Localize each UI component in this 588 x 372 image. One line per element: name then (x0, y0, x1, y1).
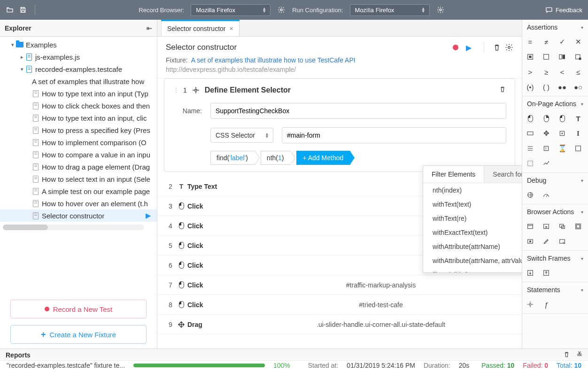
dropdown-tab-filter[interactable]: Filter Elements (423, 166, 484, 183)
tree-test-item[interactable]: How to type text into an input, clic (0, 112, 157, 124)
tree-test-item[interactable]: A simple test on our example page (0, 185, 157, 197)
assert-not-contains-icon[interactable] (541, 52, 551, 62)
feedback-button[interactable]: Feedback (545, 6, 582, 14)
tree-test-item[interactable]: How to implement comparison (O (0, 136, 157, 148)
action-selecttext-icon[interactable]: I (573, 128, 583, 139)
tab-close-icon[interactable]: × (230, 25, 233, 32)
fixture-link[interactable]: A set of examples that illustrate how to… (191, 56, 356, 64)
step-name-input[interactable] (210, 103, 506, 119)
action-hover-icon[interactable] (573, 143, 583, 154)
tree-test-item[interactable]: How to click check boxes and then (0, 100, 157, 112)
selector-value-input[interactable] (282, 127, 506, 143)
method-chip-nth[interactable]: nth(1) (261, 151, 291, 165)
run-test-icon[interactable]: ▶ (466, 43, 472, 52)
panel-frames-head[interactable]: Switch Frames▾ (522, 251, 588, 266)
delete-step-icon[interactable] (499, 85, 506, 94)
panel-statements-head[interactable]: Statements▾ (522, 282, 588, 297)
dropdown-item[interactable]: nth(index) (423, 183, 522, 197)
record-new-test-button[interactable]: Record a New Test (10, 300, 147, 318)
record-test-icon[interactable] (453, 45, 458, 50)
tree-fixture-desc[interactable]: A set of examples that illustrate how (0, 75, 157, 87)
frame-main-icon[interactable] (541, 268, 551, 278)
step-row[interactable]: 8Click#tried-test-cafe (157, 295, 522, 315)
record-browser-select[interactable]: Mozilla Firefox ▲▼ (191, 4, 271, 16)
dropdown-tab-search-related[interactable]: Search for Related Elements (484, 166, 522, 183)
dropdown-item[interactable]: filterVisible() (423, 268, 522, 272)
action-wait-icon[interactable]: ⌛ (557, 143, 567, 154)
save-icon[interactable] (19, 6, 27, 14)
dropdown-item[interactable]: withAttribute(attrName) (423, 240, 522, 254)
frame-switch-icon[interactable] (525, 268, 535, 278)
tree-test-selector-constructor[interactable]: Selector constructor▶ (0, 209, 157, 222)
action-dragto-icon[interactable] (557, 128, 567, 139)
assert-match-icon[interactable]: ●● (557, 82, 567, 92)
tree-test-item[interactable]: How to drag a page element (Drag (0, 161, 157, 173)
reports-collapse-icon[interactable]: ≚ (577, 351, 582, 359)
stmt-define-function-icon[interactable]: ƒ (541, 299, 551, 310)
tab-selector-constructor[interactable]: Selector constructor × (161, 20, 240, 36)
step-row[interactable]: 9Drag.ui-slider-handle.ui-corner-all.ui-… (157, 315, 522, 334)
panel-assertions-head[interactable]: Assertions▾ (522, 20, 588, 35)
selector-type-select[interactable]: CSS Selector ▲▼ (210, 128, 273, 143)
assert-lte-icon[interactable]: ≤ (573, 67, 583, 77)
assert-not-ok-icon[interactable]: ✕ (573, 37, 583, 47)
dropdown-item[interactable]: withAttribute(attrName, attrValue) (423, 254, 522, 268)
run-config-settings-icon[interactable] (436, 6, 445, 14)
action-upload-icon[interactable] (525, 158, 535, 169)
action-drag-icon[interactable]: ✥ (541, 128, 551, 139)
dropdown-item[interactable]: withText(text) (423, 197, 522, 211)
action-presskey-icon[interactable] (525, 128, 535, 139)
browser-navigate-icon[interactable] (525, 221, 535, 232)
step-row[interactable]: 7Click#traffic-markup-analysis (157, 275, 522, 295)
method-chip-find[interactable]: find('label') (210, 151, 255, 165)
assert-ok-icon[interactable]: ✓ (557, 37, 567, 47)
action-click-icon[interactable] (525, 113, 535, 124)
browser-edit-icon[interactable] (541, 236, 551, 247)
action-doubleclick-icon[interactable] (557, 113, 567, 124)
delete-steps-icon[interactable] (493, 43, 501, 52)
assert-not-typeof-icon[interactable] (573, 52, 583, 62)
open-folder-icon[interactable] (6, 6, 14, 14)
action-selecttextarea-icon[interactable] (525, 143, 535, 154)
assert-not-within-icon[interactable]: ( ) (541, 82, 551, 92)
drag-handle-icon[interactable]: ⋮ (173, 86, 178, 94)
assert-gt-icon[interactable]: > (525, 67, 535, 77)
action-clear-upload-icon[interactable] (541, 158, 551, 169)
assert-equals-icon[interactable]: = (525, 37, 535, 47)
assert-not-match-icon[interactable]: ●○ (573, 82, 583, 92)
collapse-panel-icon[interactable]: ⇤ (147, 24, 152, 32)
record-browser-settings-icon[interactable] (277, 6, 286, 14)
action-typetext-icon[interactable]: T (573, 113, 583, 124)
assert-not-equals-icon[interactable]: ≠ (541, 37, 551, 47)
reports-clear-icon[interactable] (563, 351, 570, 359)
assert-lt-icon[interactable]: < (557, 67, 567, 77)
browser-resize-icon[interactable] (557, 221, 567, 232)
panel-onpage-head[interactable]: On-Page Actions▾ (522, 96, 588, 111)
panel-browser-head[interactable]: Browser Actions▾ (522, 204, 588, 219)
tree-test-item[interactable]: How to select text in an input (Sele (0, 173, 157, 185)
dropdown-item[interactable]: withText(re) (423, 211, 522, 225)
assert-typeof-icon[interactable] (557, 52, 567, 62)
dropdown-item[interactable]: withExactText(text) (423, 225, 522, 240)
tree-file-js-examples[interactable]: ▸ js-examples.js (0, 51, 157, 63)
tree-test-item[interactable]: How to compare a value in an inpu (0, 148, 157, 161)
tree-folder-examples[interactable]: ▾ Examples (0, 39, 157, 51)
create-new-fixture-button[interactable]: + Create a New Fixture (10, 325, 147, 344)
browser-close-icon[interactable] (541, 221, 551, 232)
panel-debug-head[interactable]: Debug▾ (522, 173, 588, 188)
tree-test-item[interactable]: How to press a specified key (Pres (0, 124, 157, 136)
debug-speed-icon[interactable] (541, 190, 551, 200)
assert-within-icon[interactable]: (•) (525, 82, 535, 92)
tree-scrollbar[interactable] (3, 225, 144, 230)
assert-contains-icon[interactable] (525, 52, 535, 62)
tree-file-recorded-examples[interactable]: ▾ recorded-examples.testcafe (0, 63, 157, 75)
debug-screenshot-icon[interactable] (525, 190, 535, 200)
browser-screenshot-icon[interactable] (525, 236, 535, 247)
editor-settings-icon[interactable] (505, 43, 513, 52)
action-selecteditable-icon[interactable]: T (541, 143, 551, 154)
run-config-select[interactable]: Mozilla Firefox ▲▼ (350, 4, 430, 16)
tree-test-item[interactable]: How to type text into an input (Typ (0, 87, 157, 100)
browser-clear-icon[interactable] (557, 236, 567, 247)
add-method-button[interactable]: + Add Method (296, 151, 350, 165)
assert-gte-icon[interactable]: ≥ (541, 67, 551, 77)
